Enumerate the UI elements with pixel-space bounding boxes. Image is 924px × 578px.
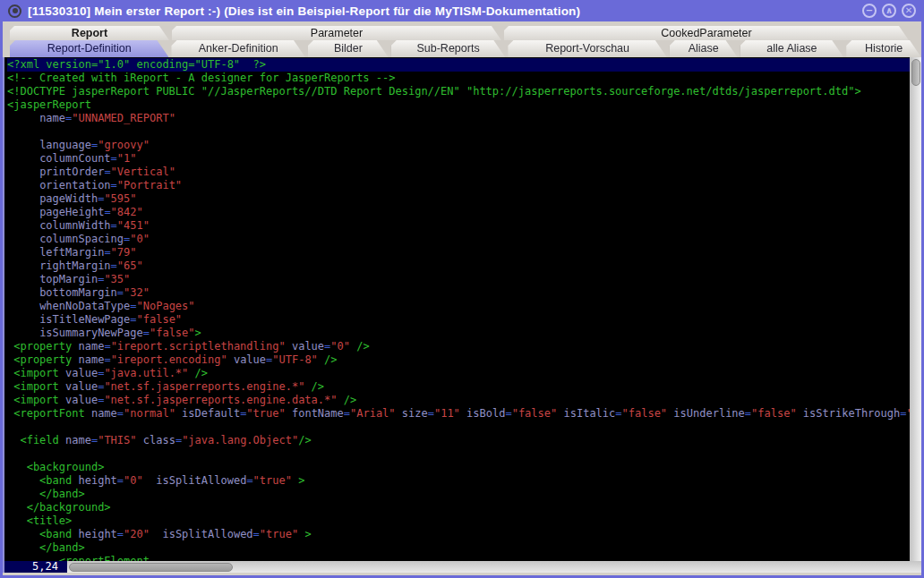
code-line: <property name="ireport.scriptlethandlin… <box>7 340 910 353</box>
cursor-position: 5,24 <box>4 561 67 573</box>
code-line: <?xml version="1.0" encoding="UTF-8" ?> <box>7 58 910 72</box>
code-line: bottomMargin="32" <box>7 286 910 300</box>
code-line: isTitleNewPage="false" <box>7 313 910 327</box>
code-line <box>7 447 910 461</box>
tab-anker-definition[interactable]: Anker-Definition <box>171 40 305 57</box>
tab-group-parameter[interactable]: Parameter <box>172 26 501 40</box>
code-line: <title> <box>7 514 910 528</box>
tab-report-definition[interactable]: Report-Definition <box>10 40 168 57</box>
window-bottom-edge <box>3 573 921 575</box>
status-row: 5,24 <box>3 561 921 573</box>
code-line: language="groovy" <box>7 139 910 152</box>
code-line: whenNoDataType="NoPages" <box>7 300 910 313</box>
code-line: name="UNNAMED_REPORT" <box>7 112 910 125</box>
code-line: printOrder="Vertical" <box>7 166 910 179</box>
tab-row: Report-Definition Anker-Definition Bilde… <box>10 40 921 57</box>
code-line: <field name="THIS" class="java.lang.Obje… <box>7 434 910 447</box>
code-line: columnCount="1" <box>7 152 910 166</box>
vertical-scrollbar[interactable] <box>910 57 921 561</box>
code-line: <reportElement <box>7 555 910 561</box>
code-line: rightMargin="65" <box>7 259 910 273</box>
code-line <box>7 125 910 139</box>
xml-code-editor[interactable]: <?xml version="1.0" encoding="UTF-8" ?><… <box>4 57 910 561</box>
code-line: columnSpacing="0" <box>7 233 910 246</box>
tab-report-vorschau[interactable]: Report-Vorschau <box>508 40 666 57</box>
window-icon <box>8 4 21 18</box>
tab-group-report[interactable]: Report <box>10 26 169 40</box>
tab-historie[interactable]: Historie <box>846 40 921 57</box>
code-line: <import value="net.sf.jasperreports.engi… <box>7 394 910 407</box>
minimize-icon[interactable]: − <box>862 4 877 18</box>
tab-bar: Report Parameter CookedParameter Report-… <box>3 21 921 57</box>
code-line: </band> <box>7 488 910 501</box>
code-line: leftMargin="79" <box>7 246 910 259</box>
code-line: <background> <box>7 461 910 474</box>
code-line: <import value="java.util.*" /> <box>7 367 910 380</box>
code-line: topMargin="35" <box>7 273 910 286</box>
horizontal-scrollbar[interactable] <box>67 561 921 573</box>
maximize-icon[interactable]: ∧ <box>882 4 896 18</box>
code-line <box>7 421 910 434</box>
editor-area: <?xml version="1.0" encoding="UTF-8" ?><… <box>3 57 921 561</box>
code-line: <jasperReport <box>7 98 910 112</box>
code-line: <import value="net.sf.jasperreports.engi… <box>7 380 910 394</box>
code-line: <property name="ireport.encoding" value=… <box>7 353 910 367</box>
title-bar: [11530310] Mein erster Report :-) (Dies … <box>3 0 921 21</box>
code-line: </band> <box>7 541 910 555</box>
close-icon[interactable]: ✕ <box>902 4 916 18</box>
window-title: [11530310] Mein erster Report :-) (Dies … <box>28 4 862 18</box>
code-line: pageHeight="842" <box>7 206 910 219</box>
app-window: [11530310] Mein erster Report :-) (Dies … <box>0 0 924 578</box>
tab-alle-aliase[interactable]: alle Aliase <box>740 40 844 57</box>
code-line: columnWidth="451" <box>7 219 910 233</box>
horizontal-scrollbar-thumb[interactable] <box>69 563 233 572</box>
tab-aliase[interactable]: Aliase <box>670 40 738 57</box>
code-line: orientation="Portrait" <box>7 179 910 192</box>
window-controls: − ∧ ✕ <box>862 4 916 18</box>
tab-sub-reports[interactable]: Sub-Reports <box>391 40 506 57</box>
code-line: <band height="20" isSplitAllowed="true" … <box>7 528 910 541</box>
code-line: <band height="0" isSplitAllowed="true" > <box>7 474 910 488</box>
code-line: </background> <box>7 501 910 514</box>
code-line: <reportFont name="normal" isDefault="tru… <box>7 407 910 421</box>
code-line: isSummaryNewPage="false"> <box>7 327 910 340</box>
tab-bilder[interactable]: Bilder <box>308 40 389 57</box>
code-line: pageWidth="595" <box>7 192 910 206</box>
tab-group-row: Report Parameter CookedParameter <box>10 26 921 40</box>
tab-group-cookedparameter[interactable]: CookedParameter <box>504 26 909 40</box>
vertical-scrollbar-thumb[interactable] <box>911 59 920 86</box>
code-line: <!DOCTYPE jasperReport PUBLIC "//JasperR… <box>7 85 910 98</box>
code-line: <!-- Created with iReport - A designer f… <box>7 72 910 85</box>
